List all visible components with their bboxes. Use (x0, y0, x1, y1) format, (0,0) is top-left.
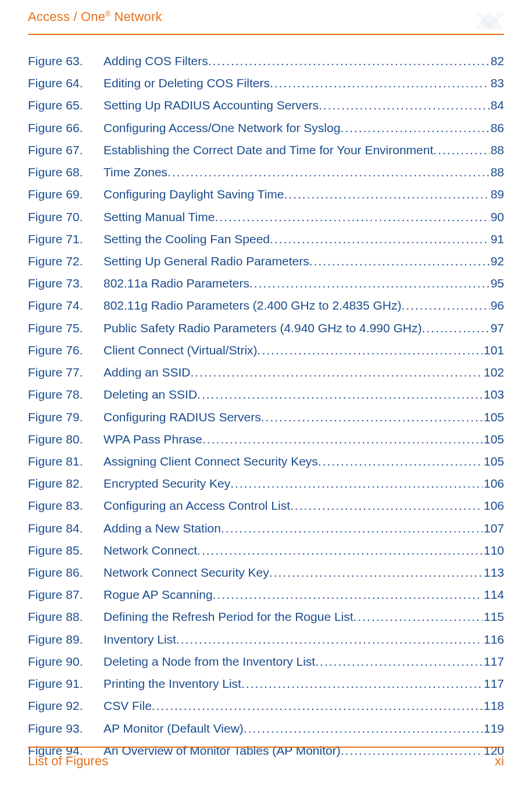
figure-entry[interactable]: Figure 72.Setting Up General Radio Param… (28, 250, 504, 272)
figure-title: Adding COS Filters (103, 50, 208, 72)
figure-title: Rogue AP Scanning (103, 584, 213, 606)
leader-dots (197, 539, 483, 562)
figure-title: Adding an SSID (103, 361, 190, 383)
figure-entry[interactable]: Figure 80.WPA Pass Phrase105 (28, 428, 504, 450)
figure-entry[interactable]: Figure 64.Editing or Deleting COS Filter… (28, 72, 504, 94)
leader-dots (318, 450, 483, 473)
header-title-reg: ® (105, 10, 110, 18)
figure-entry[interactable]: Figure 86.Network Connect Security Key11… (28, 562, 504, 584)
figure-entry[interactable]: Figure 66.Configuring Access/One Network… (28, 117, 504, 139)
figure-page-number: 102 (483, 361, 504, 383)
figure-entry[interactable]: Figure 88.Defining the Refresh Period fo… (28, 606, 504, 628)
figure-entry[interactable]: Figure 68.Time Zones88 (28, 161, 504, 183)
figure-title: Time Zones (103, 161, 167, 183)
figure-label: Figure 84. (28, 517, 103, 539)
figure-label: Figure 93. (28, 718, 103, 740)
leader-dots (258, 339, 483, 361)
figure-entry[interactable]: Figure 79.Configuring RADIUS Servers105 (28, 406, 504, 428)
figure-entry[interactable]: Figure 75.Public Safety Radio Parameters… (28, 317, 504, 339)
footer-page-number: xi (495, 754, 504, 769)
figure-label: Figure 65. (28, 94, 103, 116)
figure-title: AP Monitor (Default View) (103, 718, 244, 740)
leader-dots (208, 50, 490, 72)
figure-title: Defining the Refresh Period for the Rogu… (103, 606, 354, 628)
figure-title: Client Connect (Virtual/Strix) (103, 339, 258, 361)
figure-label: Figure 85. (28, 539, 103, 562)
leader-dots (152, 695, 483, 717)
figure-title: Printing the Inventory List (103, 673, 241, 695)
leader-dots (190, 361, 483, 383)
figure-entry[interactable]: Figure 91.Printing the Inventory List117 (28, 673, 504, 695)
figure-page-number: 97 (490, 317, 504, 339)
figure-page-number: 105 (483, 406, 504, 428)
figure-entry[interactable]: Figure 81.Assigning Client Connect Secur… (28, 450, 504, 473)
figure-page-number: 114 (483, 584, 504, 606)
figure-entry[interactable]: Figure 92.CSV File118 (28, 695, 504, 717)
figure-entry[interactable]: Figure 69.Configuring Daylight Saving Ti… (28, 183, 504, 205)
figure-page-number: 119 (483, 718, 504, 740)
figure-label: Figure 73. (28, 272, 103, 294)
figure-entry[interactable]: Figure 78.Deleting an SSID103 (28, 383, 504, 406)
figure-title: Deleting an SSID (103, 383, 197, 406)
leader-dots (309, 250, 490, 272)
figure-label: Figure 69. (28, 183, 103, 205)
figure-entry[interactable]: Figure 63.Adding COS Filters82 (28, 50, 504, 72)
figure-entry[interactable]: Figure 76.Client Connect (Virtual/Strix)… (28, 339, 504, 361)
leader-dots (290, 495, 483, 517)
leader-dots (401, 294, 489, 317)
leader-dots (269, 562, 483, 584)
leader-dots (202, 428, 483, 450)
figure-page-number: 101 (483, 339, 504, 361)
figure-title: CSV File (103, 695, 152, 717)
figure-label: Figure 78. (28, 383, 103, 406)
figure-entry[interactable]: Figure 65.Setting Up RADIUS Accounting S… (28, 94, 504, 116)
footer-section: List of Figures (28, 754, 108, 769)
figure-label: Figure 91. (28, 673, 103, 695)
figure-entry[interactable]: Figure 82.Encrypted Security Key106 (28, 473, 504, 495)
figure-label: Figure 80. (28, 428, 103, 450)
figure-page-number: 117 (483, 673, 504, 695)
header-title-suffix: Network (110, 9, 162, 24)
figure-title: Network Connect Security Key (103, 562, 269, 584)
figure-label: Figure 75. (28, 317, 103, 339)
figure-title: Configuring Daylight Saving Time (103, 183, 284, 205)
figure-page-number: 117 (483, 651, 504, 673)
leader-dots (213, 584, 483, 606)
figure-title: Configuring an Access Control List (103, 495, 290, 517)
figure-entry[interactable]: Figure 90.Deleting a Node from the Inven… (28, 651, 504, 673)
leader-dots (197, 383, 483, 406)
figure-label: Figure 77. (28, 361, 103, 383)
figure-title: Editing or Deleting COS Filters (103, 72, 270, 94)
figure-entry[interactable]: Figure 85.Network Connect110 (28, 539, 504, 562)
figure-entry[interactable]: Figure 93.AP Monitor (Default View)119 (28, 718, 504, 740)
figure-entry[interactable]: Figure 87.Rogue AP Scanning114 (28, 584, 504, 606)
figure-page-number: 88 (490, 139, 504, 161)
figure-entry[interactable]: Figure 83.Configuring an Access Control … (28, 495, 504, 517)
figure-entry[interactable]: Figure 71.Setting the Cooling Fan Speed9… (28, 228, 504, 250)
figure-entry[interactable]: Figure 74.802.11g Radio Parameters (2.40… (28, 294, 504, 317)
figure-entry[interactable]: Figure 89.Inventory List116 (28, 628, 504, 651)
leader-dots (215, 206, 489, 228)
figure-page-number: 105 (483, 450, 504, 473)
figure-entry[interactable]: Figure 73.802.11a Radio Parameters95 (28, 272, 504, 294)
figure-title: 802.11a Radio Parameters (103, 272, 249, 294)
figure-entry[interactable]: Figure 70.Setting Manual Time90 (28, 206, 504, 228)
figure-label: Figure 87. (28, 584, 103, 606)
brand-logo-icon (475, 9, 504, 30)
figure-list: Figure 63.Adding COS Filters82Figure 64.… (28, 50, 504, 762)
figure-page-number: 83 (490, 72, 504, 94)
figure-page-number: 105 (483, 428, 504, 450)
leader-dots (167, 161, 490, 183)
figure-title: 802.11g Radio Parameters (2.400 GHz to 2… (103, 294, 401, 317)
figure-title: Setting Up RADIUS Accounting Servers (103, 94, 319, 116)
figure-page-number: 84 (490, 94, 504, 116)
figure-entry[interactable]: Figure 84.Adding a New Station107 (28, 517, 504, 539)
figure-entry[interactable]: Figure 77.Adding an SSID102 (28, 361, 504, 383)
figure-entry[interactable]: Figure 67.Establishing the Correct Date … (28, 139, 504, 161)
figure-label: Figure 88. (28, 606, 103, 628)
figure-label: Figure 81. (28, 450, 103, 473)
figure-title: Configuring RADIUS Servers (103, 406, 261, 428)
leader-dots (284, 183, 490, 205)
figure-title: Assigning Client Connect Security Keys (103, 450, 318, 473)
leader-dots (422, 317, 489, 339)
